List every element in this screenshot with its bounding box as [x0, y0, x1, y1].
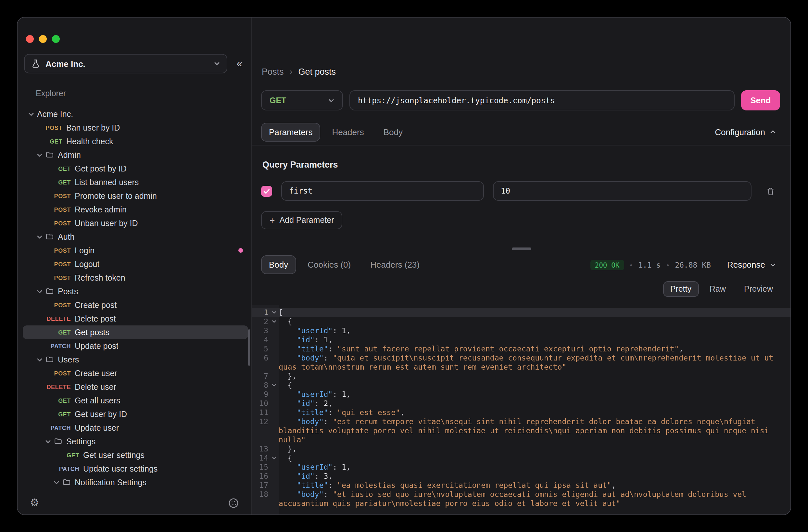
tree-request-health-check[interactable]: GETHealth check: [23, 134, 248, 148]
line-number: 7: [252, 371, 270, 381]
token-p: [279, 417, 296, 426]
param-enabled-checkbox[interactable]: [261, 185, 272, 197]
code-line: 2 {: [252, 317, 790, 326]
fold-spacer: [270, 353, 279, 355]
tree-request-ban-user-by-id[interactable]: POSTBan user by ID: [23, 121, 248, 134]
response-dropdown[interactable]: Response: [723, 259, 780, 270]
add-parameter-button[interactable]: + Add Parameter: [261, 211, 343, 229]
tree-request-get-user-by-id[interactable]: GETGet user by ID: [23, 407, 248, 421]
tree-folder-acme-inc[interactable]: Acme Inc.: [23, 107, 248, 121]
code-text: "title": "ea molestias quasi exercitatio…: [279, 481, 790, 490]
code-text: [: [279, 308, 790, 317]
tree-request-list-banned-users[interactable]: GETList banned users: [23, 176, 248, 189]
tree-folder-auth[interactable]: Auth: [23, 230, 248, 243]
token-k: "userId": [296, 390, 333, 399]
delete-param-button[interactable]: [760, 181, 780, 201]
token-p: ,: [679, 344, 683, 353]
code-line: 11 "title": "qui est esse",: [252, 408, 790, 417]
tree-request-update-post[interactable]: PATCHUpdate post: [23, 339, 248, 353]
tree-request-logout[interactable]: POSTLogout: [23, 257, 248, 271]
token-n: 1: [342, 326, 346, 335]
response-tab-body[interactable]: Body: [261, 255, 296, 274]
token-s: "sunt aut facere repellat provident occa…: [337, 344, 679, 353]
fold-chevron-icon[interactable]: [270, 381, 279, 388]
item-label: Auth: [58, 232, 74, 241]
view-preview[interactable]: Preview: [737, 281, 780, 296]
item-label: Ban user by ID: [66, 123, 120, 132]
chevron-down-icon: [36, 288, 43, 295]
tree-request-unban-user-by-id[interactable]: POSTUnban user by ID: [23, 216, 248, 230]
token-p: :: [315, 335, 324, 344]
param-name-input[interactable]: [281, 181, 484, 201]
chevron-down-icon: [36, 234, 43, 240]
fold-chevron-icon[interactable]: [270, 453, 279, 461]
send-button[interactable]: Send: [741, 90, 780, 110]
code-text: "id": 3,: [279, 472, 790, 481]
cookies-button[interactable]: [224, 497, 243, 509]
tree-request-get-all-users[interactable]: GETGet all users: [23, 393, 248, 407]
check-icon: [263, 187, 270, 195]
response-tab-cookies-0[interactable]: Cookies (0): [300, 255, 359, 274]
tree-request-get-post-by-id[interactable]: GETGet post by ID: [23, 162, 248, 176]
method-badge: POST: [45, 192, 71, 199]
tree-request-promote-user-to-admin[interactable]: POSTPromote user to admin: [23, 189, 248, 203]
tab-parameters[interactable]: Parameters: [261, 123, 320, 141]
pane-splitter[interactable]: [252, 245, 790, 253]
fold-chevron-icon[interactable]: [270, 308, 279, 315]
zoom-window-button[interactable]: [52, 35, 60, 43]
token-n: 1: [342, 462, 346, 472]
configuration-toggle[interactable]: Configuration: [711, 126, 780, 137]
tree-folder-users[interactable]: Users: [23, 353, 248, 366]
tree-request-create-user[interactable]: POSTCreate user: [23, 366, 248, 380]
tree-request-revoke-admin[interactable]: POSTRevoke admin: [23, 203, 248, 216]
settings-gear-button[interactable]: ⚙: [26, 497, 43, 509]
view-raw[interactable]: Raw: [702, 281, 733, 296]
tree-request-delete-post[interactable]: DELETEDelete post: [23, 312, 248, 326]
response-tab-headers-23[interactable]: Headers (23): [363, 255, 427, 274]
close-window-button[interactable]: [26, 35, 34, 43]
method-select[interactable]: GET: [261, 90, 343, 110]
tree-request-login[interactable]: POSTLogin: [23, 243, 248, 257]
tab-headers[interactable]: Headers: [324, 123, 371, 141]
param-value-input[interactable]: [493, 181, 752, 201]
tree-request-update-user-settings[interactable]: PATCHUpdate user settings: [23, 462, 248, 476]
response-view-toggle: PrettyRawPreview: [663, 280, 780, 297]
tree-folder-posts[interactable]: Posts: [23, 285, 248, 298]
token-k: "userId": [296, 462, 333, 472]
chevron-down-icon: [272, 319, 277, 324]
response-dropdown-label: Response: [727, 260, 765, 270]
splitter-handle-icon[interactable]: [512, 247, 531, 250]
view-pretty[interactable]: Pretty: [663, 281, 699, 296]
breadcrumb-parent[interactable]: Posts: [262, 67, 284, 77]
tree-request-get-user-settings[interactable]: GETGet user settings: [23, 448, 248, 462]
token-p: :: [333, 462, 342, 472]
sidebar-scrollbar-thumb[interactable]: [248, 329, 250, 366]
tree-request-update-user[interactable]: PATCHUpdate user: [23, 421, 248, 435]
sidebar-collapse-button[interactable]: «: [233, 57, 246, 70]
method-badge: PATCH: [53, 465, 79, 472]
tree-folder-settings[interactable]: Settings: [23, 435, 248, 448]
response-meta: 200 OK • 1.1 s • 26.88 KB Response: [590, 259, 780, 270]
token-p: ,: [611, 481, 616, 490]
minimize-window-button[interactable]: [39, 35, 47, 43]
token-p: [279, 472, 296, 481]
response-body-panel: 1[2 {3 "userId": 1,4 "id": 1,5 "title": …: [252, 305, 790, 514]
line-number: 12: [252, 417, 270, 426]
item-label: Get user settings: [83, 451, 145, 460]
tree-request-get-posts[interactable]: GETGet posts: [23, 326, 248, 339]
tree-folder-admin[interactable]: Admin: [23, 148, 248, 162]
item-label: Admin: [58, 150, 81, 160]
workspace-selector[interactable]: Acme Inc.: [24, 54, 227, 73]
tree-request-create-post[interactable]: POSTCreate post: [23, 298, 248, 312]
tree-request-refresh-token[interactable]: POSTRefresh token: [23, 271, 248, 285]
request-tabs-row: ParametersHeadersBody Configuration: [261, 122, 780, 142]
token-p: ,: [328, 399, 333, 408]
tab-body[interactable]: Body: [376, 123, 410, 141]
fold-chevron-icon[interactable]: [270, 317, 279, 324]
tree-folder-notification-settings[interactable]: Notification Settings: [23, 476, 248, 489]
breadcrumb-current: Get posts: [298, 67, 336, 77]
token-p: [279, 353, 296, 363]
url-input[interactable]: [349, 90, 735, 110]
tree-request-delete-user[interactable]: DELETEDelete user: [23, 380, 248, 393]
bullet-separator: •: [666, 261, 669, 269]
